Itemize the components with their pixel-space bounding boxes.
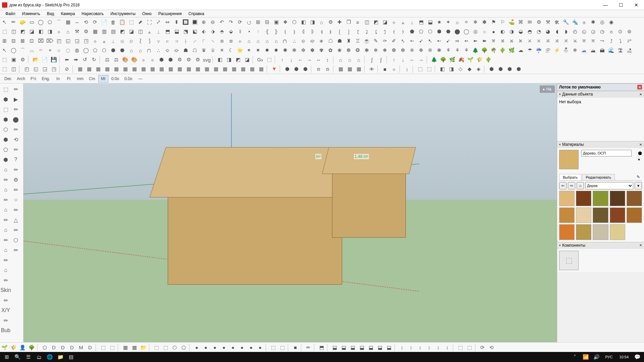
tb1-btn-15[interactable]: ⬈ bbox=[136, 18, 145, 26]
left-tool-27[interactable]: ✏ bbox=[11, 104, 21, 114]
tb4-btn-38[interactable]: ❁ bbox=[344, 46, 353, 55]
tb4-btn-49[interactable]: ⚘ bbox=[444, 46, 453, 55]
tb3-btn-45[interactable]: ➵ bbox=[408, 37, 417, 45]
btb-btn-61[interactable]: ⟲ bbox=[487, 343, 496, 352]
tb3-btn-29[interactable]: ⌂ bbox=[263, 37, 272, 45]
tb1-btn-42[interactable]: ◪ bbox=[380, 18, 389, 26]
tb4-btn-4[interactable]: ⌔ bbox=[36, 46, 45, 55]
tb4-btn-19[interactable]: ⛮ bbox=[172, 46, 181, 55]
tb6-btn-36[interactable]: ⬢ bbox=[301, 65, 310, 73]
tb5-btn-48[interactable]: ↑ bbox=[389, 55, 398, 64]
tb2-btn-48[interactable]: ⬢ bbox=[435, 27, 444, 36]
tb3-btn-28[interactable]: ⌂ bbox=[254, 37, 263, 45]
tb1-btn-6[interactable]: ⌒ bbox=[54, 18, 63, 26]
left-tool-3[interactable]: ⬢ bbox=[1, 114, 11, 124]
tb5-btn-16[interactable]: 🎨 bbox=[130, 55, 139, 64]
panel-header-components[interactable]: Компоненты ✕ bbox=[557, 242, 644, 249]
left-tool-23[interactable]: ✏ bbox=[1, 315, 11, 325]
tb4-btn-69[interactable]: 🏖 bbox=[625, 46, 634, 55]
tb1-btn-54[interactable]: ⚑ bbox=[489, 18, 498, 26]
tb5-btn-54[interactable]: 🌳 bbox=[439, 55, 448, 64]
panel-header-entity-info[interactable]: Данные объекта ✕ bbox=[557, 91, 644, 98]
tb1-btn-61[interactable]: 🛠 bbox=[552, 18, 561, 26]
tb4-btn-33[interactable]: ✼ bbox=[299, 46, 308, 55]
tb4-btn-27[interactable]: ✶ bbox=[245, 46, 254, 55]
tb6-btn-28[interactable]: ▦ bbox=[238, 65, 248, 73]
tb1-btn-24[interactable]: ↶ bbox=[217, 18, 226, 26]
btb-btn-58[interactable]: ⬚ bbox=[465, 343, 474, 352]
tb3-btn-21[interactable]: ⟋ bbox=[190, 37, 199, 45]
tb5-btn-22[interactable]: ⚙ bbox=[184, 55, 193, 64]
btb-btn-25[interactable]: ● bbox=[201, 343, 210, 352]
panel-minimize-icon[interactable]: ✕ bbox=[639, 243, 642, 247]
left-tool-36[interactable]: ○ bbox=[11, 195, 21, 205]
btb-btn-60[interactable]: ⟳ bbox=[478, 343, 487, 352]
btb-btn-6[interactable]: D bbox=[49, 343, 58, 352]
material-swatch-9[interactable] bbox=[627, 207, 642, 223]
tb5-btn-59[interactable]: 🌵 bbox=[484, 55, 493, 64]
tb2-btn-15[interactable]: ◫ bbox=[136, 27, 145, 36]
eyedropper-icon[interactable]: ✎ bbox=[635, 174, 642, 180]
btb-btn-52[interactable]: ↕ bbox=[416, 343, 425, 352]
tb4-btn-47[interactable]: ❊ bbox=[426, 46, 435, 55]
left-tool-25[interactable]: ✏ bbox=[11, 84, 21, 94]
left-tool-32[interactable]: ? bbox=[11, 155, 21, 165]
btb-btn-33[interactable]: ⬚ bbox=[269, 343, 278, 352]
tb4-btn-24[interactable]: ☀ bbox=[217, 46, 226, 55]
tb3-btn-64[interactable]: ⤱ bbox=[580, 37, 589, 45]
tb6-btn-59[interactable]: ◈ bbox=[474, 65, 483, 73]
btb-btn-50[interactable]: ↕ bbox=[397, 343, 407, 352]
tb5-btn-31[interactable]: G₃ bbox=[256, 55, 265, 64]
tb3-btn-56[interactable]: ⤩ bbox=[507, 37, 516, 45]
btb-btn-30[interactable]: ● bbox=[247, 343, 256, 352]
tb3-btn-13[interactable]: ⟃ bbox=[118, 37, 127, 45]
tb1-btn-33[interactable]: ◧ bbox=[299, 18, 308, 26]
tb4-btn-14[interactable]: ⌂ bbox=[127, 46, 136, 55]
panel-minimize-icon[interactable]: ✕ bbox=[639, 93, 642, 96]
tb1-btn-26[interactable]: ⟳ bbox=[235, 18, 245, 26]
tb6-btn-16[interactable]: ▦ bbox=[130, 65, 139, 73]
units-btn-f½[interactable]: F½ bbox=[28, 75, 39, 82]
btb-btn-54[interactable]: ↕ bbox=[434, 343, 443, 352]
tb6-btn-23[interactable]: ▦ bbox=[193, 65, 202, 73]
left-tool-14[interactable]: ⌂ bbox=[1, 225, 11, 235]
tb5-btn-50[interactable]: ← bbox=[408, 55, 417, 64]
tb5-btn-20[interactable]: ⬢ bbox=[166, 55, 175, 64]
tb4-btn-36[interactable]: ✿ bbox=[326, 46, 335, 55]
tb6-btn-5[interactable]: ◲ bbox=[40, 65, 49, 73]
tb2-btn-69[interactable]: ⊚ bbox=[625, 27, 634, 36]
btb-btn-51[interactable]: ↕ bbox=[407, 343, 416, 352]
tb2-btn-66[interactable]: ◷ bbox=[598, 27, 607, 36]
material-swatch-13[interactable] bbox=[610, 224, 625, 240]
tb1-btn-27[interactable]: ⭯ bbox=[245, 18, 254, 26]
tb1-btn-55[interactable]: ⚐ bbox=[498, 18, 507, 26]
tb2-btn-6[interactable]: ⟐ bbox=[54, 27, 63, 36]
tb5-btn-18[interactable]: ⟐ bbox=[148, 55, 157, 64]
tb5-btn-21[interactable]: ⚙ bbox=[175, 55, 184, 64]
tb3-btn-33[interactable]: ⛭ bbox=[299, 37, 308, 45]
tb1-btn-45[interactable]: ⟂ bbox=[408, 18, 417, 26]
tb3-btn-46[interactable]: ➶ bbox=[417, 37, 426, 45]
tb2-btn-40[interactable]: ⦎ bbox=[362, 27, 371, 36]
tb3-btn-30[interactable]: ⌂ bbox=[272, 37, 281, 45]
notifications-icon[interactable]: 💬 bbox=[632, 352, 643, 362]
btb-btn-40[interactable]: ⬒ bbox=[317, 343, 326, 352]
tb4-btn-42[interactable]: ❅ bbox=[380, 46, 389, 55]
tb1-btn-64[interactable]: ⍟ bbox=[580, 18, 589, 26]
btb-btn-28[interactable]: ● bbox=[228, 343, 237, 352]
tb6-btn-6[interactable]: ◳ bbox=[49, 65, 58, 73]
tb1-btn-14[interactable]: ⬚ bbox=[127, 18, 136, 26]
tb5-btn-23[interactable]: ⚙ bbox=[193, 55, 202, 64]
tb5-btn-2[interactable]: ⚙ bbox=[18, 55, 27, 64]
tb3-btn-11[interactable]: ⟁ bbox=[100, 37, 109, 45]
tb4-btn-52[interactable]: 🌲 bbox=[471, 46, 480, 55]
tb1-btn-41[interactable]: ◩ bbox=[371, 18, 380, 26]
tb6-btn-58[interactable]: ◆ bbox=[465, 65, 474, 73]
tb4-btn-43[interactable]: ❆ bbox=[389, 46, 398, 55]
tb3-btn-12[interactable]: ⟂ bbox=[109, 37, 118, 45]
menu-item-7[interactable]: Расширения bbox=[155, 11, 185, 17]
tb3-btn-40[interactable]: ☕ bbox=[362, 37, 371, 45]
tb6-btn-27[interactable]: ▦ bbox=[229, 65, 238, 73]
tb1-btn-29[interactable]: ⊟ bbox=[263, 18, 272, 26]
tb1-btn-34[interactable]: ◨ bbox=[308, 18, 317, 26]
